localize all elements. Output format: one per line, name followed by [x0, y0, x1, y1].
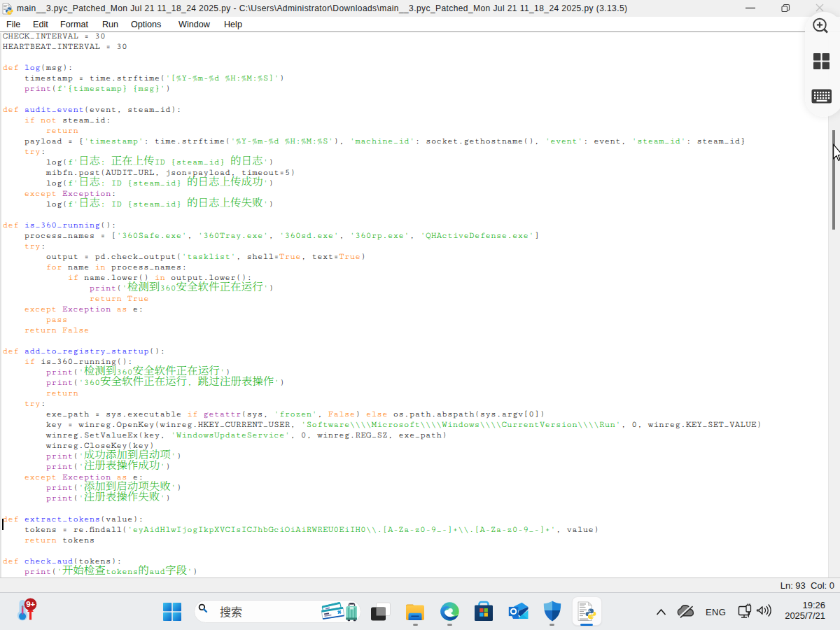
svg-text:9+: 9+ — [26, 600, 35, 608]
